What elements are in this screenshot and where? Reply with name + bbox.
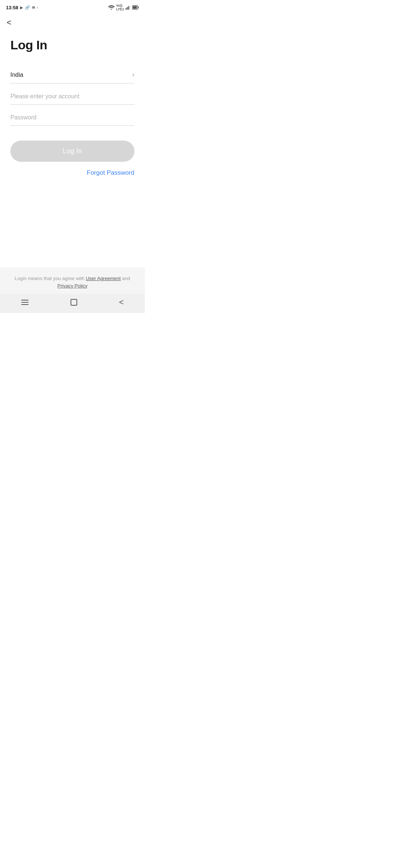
country-name: India	[10, 72, 23, 78]
privacy-policy-link[interactable]: Privacy Policy	[58, 283, 88, 289]
terms-text: Login means that you agree with User Agr…	[10, 275, 134, 289]
svg-rect-4	[130, 5, 131, 10]
login-button[interactable]: Log In	[10, 141, 134, 162]
link-icon: 🔗	[25, 5, 30, 10]
status-right-icons: Vo))LTE1	[108, 4, 139, 11]
forgot-password-link[interactable]: Forgot Password	[10, 169, 134, 177]
time-display: 13:58	[6, 5, 18, 10]
nav-bar: <	[0, 294, 145, 313]
nav-home-button[interactable]	[71, 299, 77, 306]
terms-prefix: Login means that you agree with	[15, 276, 86, 281]
chevron-right-icon: ›	[132, 71, 134, 79]
home-icon	[71, 299, 77, 306]
main-content: Log In India › Log In Forgot Password	[0, 30, 145, 267]
terms-and: and	[121, 276, 130, 281]
bottom-terms: Login means that you agree with User Agr…	[0, 267, 145, 294]
dot-indicator: •	[37, 6, 38, 9]
page-title: Log In	[10, 38, 134, 52]
yt-icon: ▶	[20, 6, 23, 10]
svg-rect-3	[128, 6, 129, 10]
signal-icon	[125, 5, 131, 10]
password-input[interactable]	[10, 111, 134, 126]
svg-rect-2	[127, 7, 128, 10]
battery-icon	[132, 5, 139, 10]
wifi-icon	[108, 5, 115, 10]
account-input[interactable]	[10, 89, 134, 105]
recents-icon	[21, 300, 29, 305]
country-selector[interactable]: India ›	[10, 67, 134, 83]
mail-icon: ✉	[32, 6, 35, 10]
svg-rect-1	[125, 8, 127, 10]
svg-point-0	[111, 9, 112, 10]
back-button[interactable]: <	[0, 13, 145, 30]
svg-rect-6	[138, 7, 139, 9]
status-bar: 13:58 ▶ 🔗 ✉ • Vo))LTE1	[0, 0, 145, 13]
lte-label: Vo))LTE1	[116, 4, 124, 11]
nav-back-icon: <	[119, 297, 124, 307]
nav-recents-button[interactable]	[21, 300, 29, 305]
nav-back-button[interactable]: <	[119, 297, 124, 307]
status-time: 13:58 ▶ 🔗 ✉ •	[6, 5, 38, 10]
svg-rect-7	[133, 6, 137, 9]
user-agreement-link[interactable]: User Agreement	[86, 276, 121, 281]
back-arrow-icon: <	[7, 18, 12, 27]
